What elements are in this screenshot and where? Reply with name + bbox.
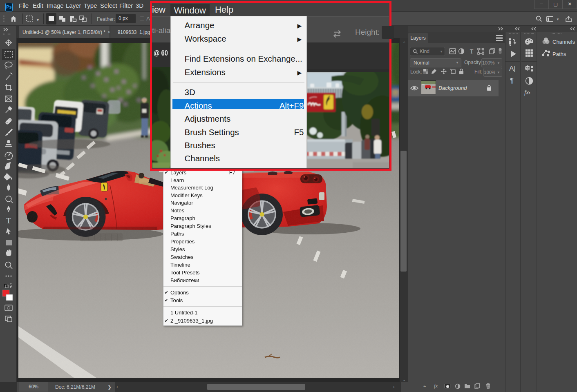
svg-text:T: T xyxy=(470,49,474,55)
svg-text:T: T xyxy=(6,216,11,225)
